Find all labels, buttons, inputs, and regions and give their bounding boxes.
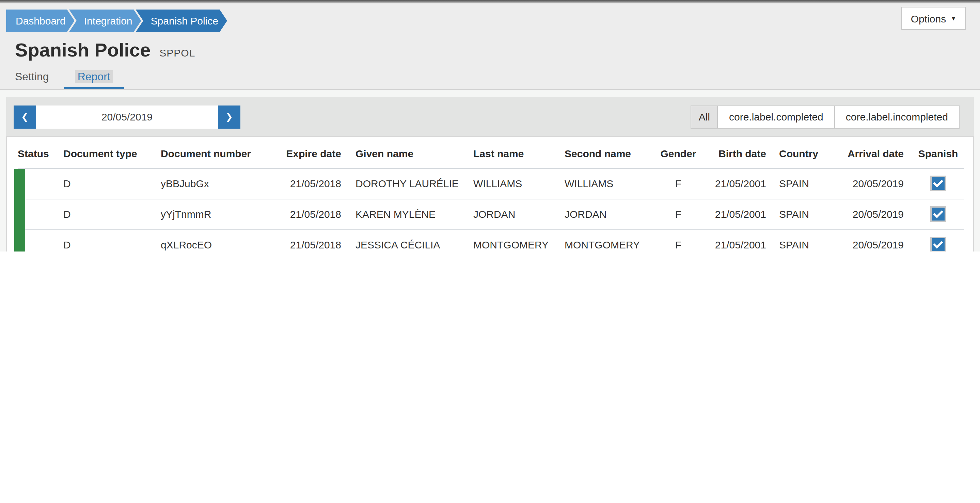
next-day-button[interactable]: ❯ bbox=[218, 105, 240, 128]
cell-last-name: WILLIAMS bbox=[473, 168, 565, 199]
table-row: D yBBJubGx 21/05/2018 DOROTHY LAURÉLIE W… bbox=[18, 168, 964, 199]
date-navigator: ❮ 20/05/2019 ❯ bbox=[14, 105, 240, 128]
cell-last-name: MONTGOMERY bbox=[473, 229, 565, 252]
cell-expire-date: 21/05/2018 bbox=[259, 168, 355, 199]
col-header-expire-date: Expire date bbox=[259, 137, 355, 168]
cell-birth-date: 21/05/2001 bbox=[711, 229, 772, 252]
cell-last-name: JORDAN bbox=[473, 199, 565, 229]
page-code: SPPOL bbox=[159, 47, 195, 59]
cell-document-type: D bbox=[63, 168, 161, 199]
cell-document-number: yBBJubGx bbox=[161, 168, 259, 199]
cell-given-name: DOROTHY LAURÉLIE bbox=[355, 168, 473, 199]
tab-report-label: Report bbox=[75, 70, 113, 83]
cell-gender: F bbox=[646, 229, 711, 252]
table-header-row: Status Document type Document number Exp… bbox=[18, 137, 964, 168]
tab-setting-label: Setting bbox=[15, 71, 49, 83]
col-header-document-type: Document type bbox=[63, 137, 161, 168]
cell-expire-date: 21/05/2018 bbox=[259, 199, 355, 229]
cell-given-name: KAREN MYLÈNE bbox=[355, 199, 473, 229]
status-bar-green bbox=[14, 169, 25, 252]
table-body: D yBBJubGx 21/05/2018 DOROTHY LAURÉLIE W… bbox=[18, 168, 964, 252]
status-filter-group: All core.label.completed core.label.inco… bbox=[691, 105, 959, 128]
col-header-birth-date: Birth date bbox=[711, 137, 772, 168]
col-header-document-number: Document number bbox=[161, 137, 259, 168]
tab-setting[interactable]: Setting bbox=[4, 67, 60, 89]
window-top-edge bbox=[0, 0, 980, 3]
cell-arrival-date: 20/05/2019 bbox=[842, 199, 912, 229]
col-header-given-name: Given name bbox=[355, 137, 473, 168]
col-header-gender: Gender bbox=[646, 137, 711, 168]
cell-second-name: WILLIAMS bbox=[565, 168, 646, 199]
cell-birth-date: 21/05/2001 bbox=[711, 168, 772, 199]
col-header-spanish: Spanish bbox=[912, 137, 964, 168]
col-header-last-name: Last name bbox=[473, 137, 565, 168]
cell-document-number: qXLRocEO bbox=[161, 229, 259, 252]
prev-day-button[interactable]: ❮ bbox=[14, 105, 36, 128]
cell-arrival-date: 20/05/2019 bbox=[842, 229, 912, 252]
date-field[interactable]: 20/05/2019 bbox=[36, 105, 218, 128]
cell-spanish bbox=[912, 199, 964, 229]
filter-incompleted-button[interactable]: core.label.incompleted bbox=[834, 105, 959, 128]
table-row: D yYjTnmmR 21/05/2018 KAREN MYLÈNE JORDA… bbox=[18, 199, 964, 229]
filter-toolbar: ❮ 20/05/2019 ❯ All core.label.completed … bbox=[6, 97, 974, 136]
options-button[interactable]: Options ▼ bbox=[901, 7, 966, 30]
tab-report[interactable]: Report bbox=[64, 67, 124, 89]
app-window: Dashboard Integration Spanish Police Opt… bbox=[0, 0, 980, 252]
filter-all-button[interactable]: All bbox=[690, 105, 718, 128]
page-title: Spanish Police bbox=[15, 40, 151, 60]
breadcrumb-item-spanish-police[interactable]: Spanish Police bbox=[136, 10, 227, 32]
cell-second-name: MONTGOMERY bbox=[565, 229, 646, 252]
breadcrumb: Dashboard Integration Spanish Police bbox=[6, 10, 227, 32]
cell-gender: F bbox=[646, 199, 711, 229]
cell-given-name: JESSICA CÉCILIA bbox=[355, 229, 473, 252]
cell-birth-date: 21/05/2001 bbox=[711, 199, 772, 229]
col-header-arrival-date: Arrival date bbox=[842, 137, 912, 168]
spanish-checkbox[interactable] bbox=[932, 177, 945, 190]
spanish-checkbox[interactable] bbox=[932, 208, 945, 221]
cell-arrival-date: 20/05/2019 bbox=[842, 168, 912, 199]
cell-document-type: D bbox=[63, 229, 161, 252]
title-row: Spanish Police SPPOL bbox=[15, 40, 980, 60]
cell-gender: F bbox=[646, 168, 711, 199]
page-header: Dashboard Integration Spanish Police Opt… bbox=[0, 3, 980, 90]
cell-spanish bbox=[912, 168, 964, 199]
chevron-down-icon: ▼ bbox=[951, 15, 956, 21]
report-panel: ❮ 20/05/2019 ❯ All core.label.completed … bbox=[0, 90, 980, 252]
col-header-second-name: Second name bbox=[565, 137, 646, 168]
report-table: Status Document type Document number Exp… bbox=[18, 137, 964, 252]
spanish-checkbox[interactable] bbox=[932, 238, 945, 252]
cell-document-number: yYjTnmmR bbox=[161, 199, 259, 229]
options-button-label: Options bbox=[911, 13, 946, 24]
cell-second-name: JORDAN bbox=[565, 199, 646, 229]
col-header-status: Status bbox=[18, 137, 63, 168]
cell-country: SPAIN bbox=[772, 229, 842, 252]
tab-bar: Setting Report bbox=[0, 67, 980, 90]
cell-country: SPAIN bbox=[772, 199, 842, 229]
cell-expire-date: 21/05/2018 bbox=[259, 229, 355, 252]
filter-completed-button[interactable]: core.label.completed bbox=[718, 105, 835, 128]
cell-country: SPAIN bbox=[772, 168, 842, 199]
col-header-country: Country bbox=[772, 137, 842, 168]
breadcrumb-item-integration[interactable]: Integration bbox=[69, 10, 141, 32]
breadcrumb-row: Dashboard Integration Spanish Police Opt… bbox=[0, 3, 980, 32]
cell-document-type: D bbox=[63, 199, 161, 229]
cell-spanish bbox=[912, 229, 964, 252]
breadcrumb-item-dashboard[interactable]: Dashboard bbox=[6, 10, 75, 32]
report-table-card: Status Document type Document number Exp… bbox=[6, 136, 974, 252]
table-row: D qXLRocEO 21/05/2018 JESSICA CÉCILIA MO… bbox=[18, 229, 964, 252]
